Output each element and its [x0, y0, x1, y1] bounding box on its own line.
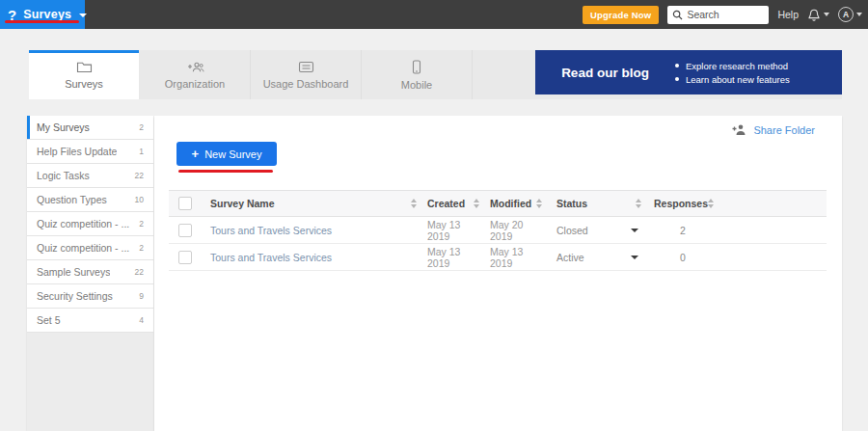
row-checkbox[interactable]: [178, 224, 192, 237]
dashboard-icon: [298, 61, 314, 73]
search-input[interactable]: [687, 9, 764, 20]
header-responses[interactable]: Responses: [646, 191, 699, 216]
share-person-icon: [731, 123, 747, 136]
chevron-down-icon: [824, 13, 829, 16]
folder-count: 9: [139, 291, 144, 301]
avatar: A: [838, 7, 854, 22]
plus-icon: +: [192, 148, 200, 160]
account-menu[interactable]: A: [838, 7, 862, 22]
header-created[interactable]: Created: [421, 191, 484, 216]
select-all-checkbox[interactable]: [178, 197, 192, 210]
header-modified[interactable]: Modified: [484, 191, 547, 216]
header-checkbox-cell: [169, 191, 203, 216]
folder-count: 2: [139, 219, 144, 229]
sidebar-item-quiz-competition-2[interactable]: Quiz competition - ... 2: [27, 236, 153, 260]
modified-date: May 20 2019: [490, 219, 547, 242]
sidebar-item-security-settings[interactable]: Security Settings 9: [27, 284, 153, 309]
add-people-icon: [186, 61, 204, 73]
blog-bullet: Explore research method: [675, 61, 790, 71]
annotation-underline-button: [178, 170, 273, 173]
nav-right-cluster: Upgrade Now Help A: [583, 0, 862, 29]
app-switcher[interactable]: ? Surveys: [0, 0, 85, 29]
folder-count: 10: [135, 195, 144, 204]
blog-bullet: Learn about new features: [675, 74, 790, 85]
blog-banner-bullets: Explore research method Learn about new …: [675, 58, 790, 88]
new-survey-button[interactable]: + New Survey: [176, 142, 277, 166]
share-folder-link[interactable]: Share Folder: [731, 123, 815, 136]
sort-icon[interactable]: [474, 199, 480, 208]
responses-count: 0: [654, 252, 686, 263]
annotation-underline-nav: [5, 20, 79, 23]
sidebar-item-sample-surveys[interactable]: Sample Surveys 22: [27, 260, 153, 284]
sidebar-item-my-surveys[interactable]: My Surveys 2: [27, 116, 153, 140]
table-row: Tours and Travels Services May 13 2019 M…: [169, 244, 827, 271]
nav-title: Surveys: [23, 8, 71, 21]
survey-name-link[interactable]: Tours and Travels Services: [210, 252, 332, 263]
status-value: Closed: [556, 225, 588, 236]
bell-icon: [807, 8, 821, 22]
tab-mobile[interactable]: Mobile: [362, 50, 473, 99]
top-navbar: ? Surveys Upgrade Now Help A: [0, 0, 868, 29]
blog-banner-title: Read our blog: [535, 66, 675, 80]
folder-count: 4: [139, 315, 144, 325]
chevron-down-icon: [79, 13, 87, 17]
chevron-down-icon: [856, 13, 862, 16]
sidebar-item-quiz-competition-1[interactable]: Quiz competition - ... 2: [27, 212, 153, 236]
main-panel: + New Survey Share Folder Survey Name Cr…: [154, 116, 842, 431]
folders-sidebar: My Surveys 2 Help Files Update 1 Logic T…: [27, 116, 153, 431]
survey-name-link[interactable]: Tours and Travels Services: [210, 225, 332, 236]
search-icon: [672, 10, 683, 20]
mobile-icon: [412, 60, 421, 74]
notifications-menu[interactable]: [807, 8, 829, 22]
sort-icon[interactable]: [411, 199, 418, 208]
header-survey-name[interactable]: Survey Name: [203, 191, 421, 216]
table-row: Tours and Travels Services May 13 2019 M…: [169, 217, 827, 244]
sort-icon[interactable]: [536, 199, 543, 208]
sidebar-item-logic-tasks[interactable]: Logic Tasks 22: [27, 164, 153, 188]
tab-surveys[interactable]: Surveys: [29, 50, 140, 99]
search-box[interactable]: [667, 6, 769, 24]
folder-count: 1: [139, 147, 144, 156]
sort-icon[interactable]: [636, 199, 642, 208]
created-date: May 13 2019: [427, 246, 484, 269]
sidebar-item-help-files-update[interactable]: Help Files Update 1: [27, 140, 153, 164]
modified-date: May 13 2019: [490, 246, 547, 269]
surveys-table: Survey Name Created Modified Status Resp…: [169, 190, 827, 271]
sidebar-item-question-types[interactable]: Question Types 10: [27, 188, 153, 212]
header-status[interactable]: Status: [547, 191, 646, 216]
table-header-row: Survey Name Created Modified Status Resp…: [169, 190, 827, 217]
tab-organization[interactable]: Organization: [140, 50, 251, 99]
created-date: May 13 2019: [427, 219, 484, 242]
sidebar-item-set-5[interactable]: Set 5 4: [27, 309, 153, 333]
tab-usage-dashboard[interactable]: Usage Dashboard: [251, 50, 362, 99]
folder-count: 2: [139, 243, 144, 253]
status-dropdown-icon[interactable]: [631, 256, 638, 259]
status-value: Active: [556, 252, 584, 263]
row-checkbox[interactable]: [178, 251, 192, 264]
responses-count: 2: [654, 225, 686, 236]
folder-count: 2: [139, 122, 144, 132]
folder-count: 22: [135, 171, 144, 180]
folder-icon: [76, 61, 93, 73]
blog-banner[interactable]: Read our blog Explore research method Le…: [535, 50, 842, 94]
help-link[interactable]: Help: [777, 9, 799, 20]
tabbar-spacer: [473, 50, 535, 99]
status-dropdown-icon[interactable]: [631, 229, 638, 232]
folder-count: 22: [135, 267, 144, 277]
section-tabbar: Surveys Organization Usage Dashboard Mob…: [29, 50, 842, 99]
upgrade-now-button[interactable]: Upgrade Now: [583, 6, 659, 24]
new-survey-label: New Survey: [204, 148, 261, 160]
